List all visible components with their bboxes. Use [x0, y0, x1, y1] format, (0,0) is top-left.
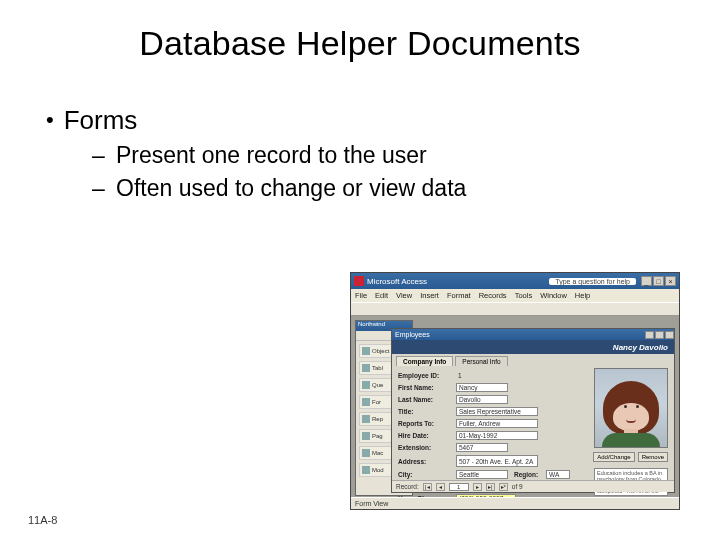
employee-photo: [594, 368, 668, 448]
title-label: Title:: [398, 408, 456, 415]
form-close-button[interactable]: [665, 331, 674, 339]
last-name-field[interactable]: Davolio: [456, 395, 508, 404]
city-label: City:: [398, 471, 456, 478]
slide-title: Database Helper Documents: [40, 24, 680, 63]
bullet-level2: – Present one record to the user: [92, 142, 680, 169]
bullet-level2: – Often used to change or view data: [92, 175, 680, 202]
statusbar: Form View: [351, 497, 679, 509]
page-number: 11A-8: [28, 514, 57, 526]
first-name-label: First Name:: [398, 384, 456, 391]
form-header-name: Nancy Davolio: [392, 340, 674, 354]
bullet-dot-icon: •: [46, 105, 54, 135]
hire-date-label: Hire Date:: [398, 432, 456, 439]
nav-next-button[interactable]: ▸: [473, 483, 482, 491]
region-field[interactable]: WA: [546, 470, 570, 479]
extension-label: Extension:: [398, 444, 456, 451]
app-titlebar: Microsoft Access Type a question for hel…: [351, 273, 679, 289]
toolbar: [351, 302, 679, 316]
extension-field[interactable]: 5467: [456, 443, 508, 452]
title-field[interactable]: Sales Representative: [456, 407, 538, 416]
access-window: Microsoft Access Type a question for hel…: [350, 272, 680, 510]
tab-personal-info[interactable]: Personal Info: [455, 356, 507, 366]
menu-format[interactable]: Format: [447, 291, 471, 300]
bullet-text: Often used to change or view data: [116, 175, 466, 202]
home-phone-field[interactable]: (206) 555-9857: [456, 494, 516, 497]
record-label: Record:: [396, 483, 419, 490]
form-maximize-button[interactable]: [655, 331, 664, 339]
bullet-dash-icon: –: [92, 142, 108, 169]
menu-help[interactable]: Help: [575, 291, 590, 300]
bullet-level1: • Forms: [46, 105, 680, 136]
remove-photo-button[interactable]: Remove: [638, 452, 668, 462]
reports-to-label: Reports To:: [398, 420, 456, 427]
menu-file[interactable]: File: [355, 291, 367, 300]
address-label: Address:: [398, 458, 456, 465]
photo-placeholder: [595, 369, 667, 447]
employee-id-value: 1: [456, 371, 472, 380]
access-logo-icon: [354, 276, 364, 286]
record-number-field[interactable]: 1: [449, 483, 469, 491]
employee-id-label: Employee ID:: [398, 372, 456, 379]
bullet-list: • Forms – Present one record to the user…: [40, 105, 680, 202]
region-label: Region:: [514, 471, 546, 478]
menubar: File Edit View Insert Format Records Too…: [351, 289, 679, 302]
record-navigator: Record: |◂ ◂ 1 ▸ ▸| ▸* of 9: [392, 480, 674, 492]
form-titlebar: Employees: [392, 329, 674, 340]
home-phone-label: Home Phone:: [398, 495, 456, 497]
help-search-box[interactable]: Type a question for help: [549, 278, 636, 285]
nav-last-button[interactable]: ▸|: [486, 483, 495, 491]
form-window: Employees Nancy Davolio Company Info Per…: [391, 328, 675, 493]
close-button[interactable]: ×: [665, 276, 676, 286]
form-body: Employee ID: 1 First Name: Nancy Last Na…: [392, 366, 674, 480]
add-change-photo-button[interactable]: Add/Change: [593, 452, 634, 462]
bullet-text: Forms: [64, 105, 138, 136]
city-field[interactable]: Seattle: [456, 470, 508, 479]
hire-date-field[interactable]: 01-May-1992: [456, 431, 538, 440]
bullet-text: Present one record to the user: [116, 142, 427, 169]
menu-tools[interactable]: Tools: [515, 291, 533, 300]
last-name-label: Last Name:: [398, 396, 456, 403]
tab-company-info[interactable]: Company Info: [396, 356, 453, 366]
form-tabbar: Company Info Personal Info: [392, 354, 674, 366]
minimize-button[interactable]: _: [641, 276, 652, 286]
reports-to-field[interactable]: Fuller, Andrew: [456, 419, 538, 428]
app-title: Microsoft Access: [367, 277, 427, 286]
form-minimize-button[interactable]: [645, 331, 654, 339]
menu-insert[interactable]: Insert: [420, 291, 439, 300]
menu-edit[interactable]: Edit: [375, 291, 388, 300]
form-title: Employees: [395, 331, 430, 338]
menu-records[interactable]: Records: [479, 291, 507, 300]
maximize-button[interactable]: □: [653, 276, 664, 286]
nav-first-button[interactable]: |◂: [423, 483, 432, 491]
bullet-dash-icon: –: [92, 175, 108, 202]
record-total: of 9: [512, 483, 523, 490]
menu-view[interactable]: View: [396, 291, 412, 300]
address-field[interactable]: 507 - 20th Ave. E. Apt. 2A: [456, 455, 538, 467]
mdi-area: Northwind Object Tabl Que For Rep Pag Ma…: [351, 316, 679, 497]
nav-prev-button[interactable]: ◂: [436, 483, 445, 491]
first-name-field[interactable]: Nancy: [456, 383, 508, 392]
slide: Database Helper Documents • Forms – Pres…: [0, 0, 720, 540]
nav-new-button[interactable]: ▸*: [499, 483, 508, 491]
menu-window[interactable]: Window: [540, 291, 567, 300]
